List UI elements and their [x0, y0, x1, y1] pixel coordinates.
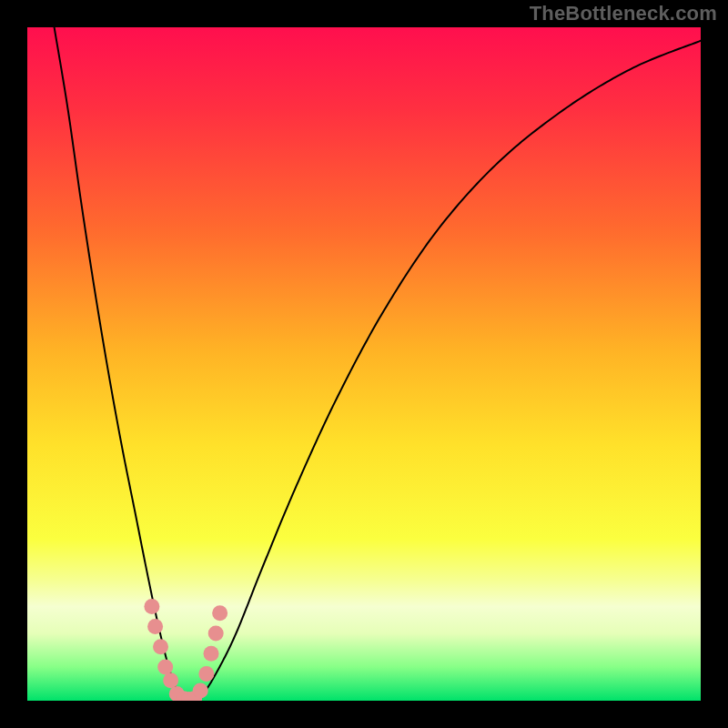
data-dot [157, 660, 173, 675]
data-dot [204, 646, 219, 662]
chart-frame: TheBottleneck.com [0, 0, 728, 728]
data-dot [153, 639, 168, 654]
data-dot [208, 626, 224, 642]
data-dot [147, 619, 163, 634]
data-dot [198, 666, 214, 682]
bottleneck-chart [0, 0, 728, 728]
data-dot [163, 672, 178, 688]
data-dot [144, 599, 159, 614]
gradient-background [27, 27, 701, 701]
watermark-text: TheBottleneck.com [530, 2, 717, 25]
data-dot [212, 605, 228, 621]
data-dot [193, 682, 208, 698]
